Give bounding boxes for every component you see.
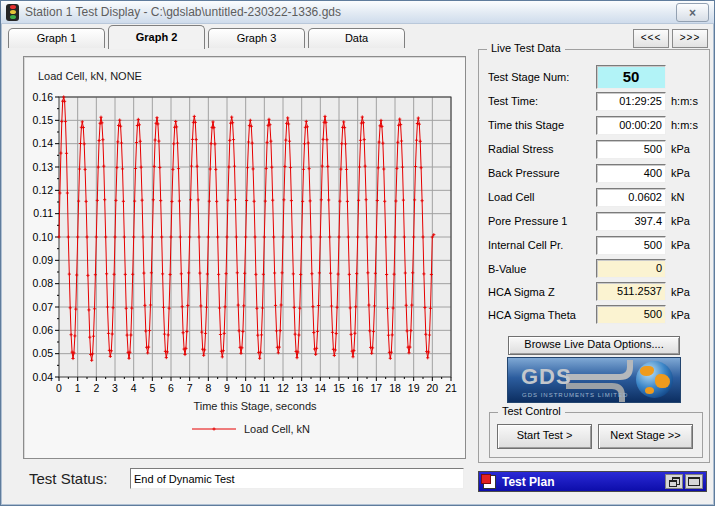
svg-text:Time this Stage, seconds: Time this Stage, seconds <box>193 400 317 412</box>
browse-live-data-button[interactable]: Browse Live Data Options.... <box>508 336 680 355</box>
field-unit-pore-pressure-1: kPa <box>666 215 704 227</box>
svg-text:0.14: 0.14 <box>33 137 54 149</box>
svg-text:Load Cell, kN: Load Cell, kN <box>244 423 310 435</box>
field-value-test-stage-num: 50 <box>596 65 666 89</box>
load-cell-chart: 0.040.050.060.070.080.090.100.110.120.13… <box>24 57 463 456</box>
svg-text:0.04: 0.04 <box>33 371 54 383</box>
tab-data[interactable]: Data <box>308 28 405 48</box>
field-unit-back-pressure: kPa <box>666 167 704 179</box>
svg-text:21: 21 <box>445 382 457 394</box>
svg-text:0.10: 0.10 <box>33 231 54 243</box>
tabs-scroll-right-button[interactable]: >>> <box>672 29 708 48</box>
svg-text:0.15: 0.15 <box>33 114 54 126</box>
globe-icon <box>636 361 673 398</box>
field-value-hca-sigma-z: 511.2537 <box>596 282 666 301</box>
field-row-hca-sigma-theta: HCA Sigma Theta500kPa <box>488 303 704 326</box>
field-unit-time-this-stage: h:m:s <box>666 119 704 131</box>
svg-text:4: 4 <box>131 382 137 394</box>
window-title: Station 1 Test Display - C:\gdslab\untit… <box>25 5 341 19</box>
field-value-time-this-stage: 00:00:20 <box>596 116 666 135</box>
test-control-title: Test Control <box>498 405 565 417</box>
field-row-load-cell: Load Cell0.0602kN <box>488 185 704 209</box>
live-test-data-group: Live Test Data Test Stage Num:50Test Tim… <box>478 49 710 463</box>
field-label-b-value: B-Value <box>488 263 596 275</box>
svg-text:0.12: 0.12 <box>33 184 54 196</box>
close-button[interactable]: × <box>676 3 709 22</box>
field-value-back-pressure: 400 <box>596 164 666 183</box>
test-plan-title: Test Plan <box>502 475 665 489</box>
tab-graph-3[interactable]: Graph 3 <box>208 28 305 48</box>
svg-text:19: 19 <box>408 382 420 394</box>
test-plan-icon <box>483 475 496 489</box>
svg-text:0.13: 0.13 <box>33 161 54 173</box>
start-test-button[interactable]: Start Test > <box>497 424 592 449</box>
svg-text:0.16: 0.16 <box>33 91 54 103</box>
field-label-time-this-stage: Time this Stage <box>488 119 596 131</box>
gds-logo-text: GDS <box>521 364 572 390</box>
next-stage-button[interactable]: Next Stage >> <box>598 424 693 449</box>
gds-logo: GDS GDS INSTRUMENTS LIMITED <box>507 357 681 403</box>
svg-text:12: 12 <box>277 382 289 394</box>
tab-graph-1[interactable]: Graph 1 <box>8 28 105 48</box>
field-value-test-time: 01:29:25 <box>596 92 666 111</box>
traffic-light-icon <box>6 4 19 21</box>
svg-text:3: 3 <box>112 382 118 394</box>
svg-text:7: 7 <box>187 382 193 394</box>
test-plan-bar[interactable]: Test Plan <box>478 471 707 492</box>
field-value-hca-sigma-theta: 500 <box>596 305 666 324</box>
field-unit-hca-sigma-theta: kPa <box>666 309 704 321</box>
svg-text:6: 6 <box>168 382 174 394</box>
svg-text:10: 10 <box>240 382 252 394</box>
field-unit-load-cell: kN <box>666 191 704 203</box>
svg-text:17: 17 <box>370 382 382 394</box>
field-label-pore-pressure-1: Pore Pressure 1 <box>488 215 596 227</box>
field-value-radial-stress: 500 <box>596 140 666 159</box>
svg-text:0.05: 0.05 <box>33 347 54 359</box>
svg-text:20: 20 <box>426 382 438 394</box>
field-value-load-cell: 0.0602 <box>596 188 666 207</box>
tab-scroll-buttons: <<< >>> <box>633 29 708 48</box>
tab-graph-2[interactable]: Graph 2 <box>108 25 205 49</box>
field-label-test-stage-num: Test Stage Num: <box>488 71 596 83</box>
test-plan-restore-button[interactable] <box>665 474 683 489</box>
title-bar[interactable]: Station 1 Test Display - C:\gdslab\untit… <box>1 1 714 24</box>
field-value-internal-cell-pr: 500 <box>596 236 666 255</box>
tab-strip: Graph 1Graph 2Graph 3Data <box>8 24 408 49</box>
field-label-hca-sigma-z: HCA Sigma Z <box>488 286 596 298</box>
svg-text:9: 9 <box>224 382 230 394</box>
field-label-radial-stress: Radial Stress <box>488 143 596 155</box>
field-row-test-stage-num: Test Stage Num:50 <box>488 65 704 89</box>
test-status-input[interactable] <box>130 468 464 489</box>
svg-text:18: 18 <box>389 382 401 394</box>
field-row-time-this-stage: Time this Stage00:00:20h:m:s <box>488 113 704 137</box>
test-plan-maximize-button[interactable] <box>685 474 703 489</box>
field-row-b-value: B-Value0 <box>488 257 704 280</box>
field-row-test-time: Test Time:01:29:25h:m:s <box>488 89 704 113</box>
svg-text:14: 14 <box>314 382 326 394</box>
station-test-display-window: Station 1 Test Display - C:\gdslab\untit… <box>0 0 715 506</box>
chart-panel: 0.040.050.060.070.080.090.100.110.120.13… <box>23 56 466 459</box>
svg-text:0.11: 0.11 <box>33 207 53 219</box>
gds-logo-subtext: GDS INSTRUMENTS LIMITED <box>522 392 628 398</box>
svg-text:0.06: 0.06 <box>33 324 54 336</box>
live-data-rows: Test Stage Num:50Test Time:01:29:25h:m:s… <box>488 65 704 326</box>
svg-text:15: 15 <box>333 382 345 394</box>
field-label-load-cell: Load Cell <box>488 191 596 203</box>
svg-text:0.09: 0.09 <box>33 254 54 266</box>
svg-text:8: 8 <box>205 382 211 394</box>
svg-text:0: 0 <box>56 382 62 394</box>
svg-text:0.07: 0.07 <box>33 301 54 313</box>
field-unit-test-time: h:m:s <box>666 95 704 107</box>
field-value-pore-pressure-1: 397.4 <box>596 212 666 231</box>
svg-text:1: 1 <box>75 382 81 394</box>
field-row-back-pressure: Back Pressure400kPa <box>488 161 704 185</box>
svg-text:11: 11 <box>259 382 270 394</box>
field-row-pore-pressure-1: Pore Pressure 1397.4kPa <box>488 209 704 233</box>
svg-text:2: 2 <box>93 382 99 394</box>
svg-text:5: 5 <box>149 382 155 394</box>
tabs-scroll-left-button[interactable]: <<< <box>633 29 669 48</box>
field-label-back-pressure: Back Pressure <box>488 167 596 179</box>
live-test-data-title: Live Test Data <box>487 42 565 54</box>
field-row-radial-stress: Radial Stress500kPa <box>488 137 704 161</box>
field-label-internal-cell-pr: Internal Cell Pr. <box>488 239 596 251</box>
